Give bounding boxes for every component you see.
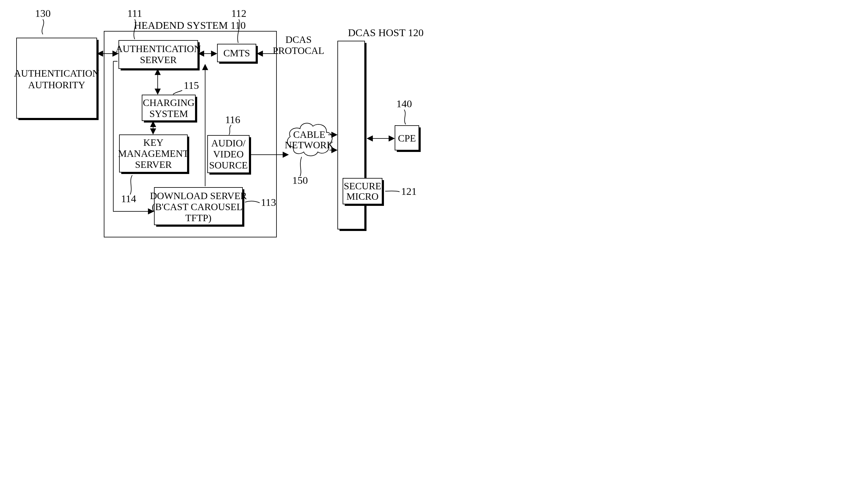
ref-112: 112 [231,8,246,19]
cmts-block: CMTS [217,44,258,64]
cpe-block: CPE [395,126,421,152]
download-server-block: DOWNLOAD SERVER (B'CAST CAROUSEL, TFTP) [150,187,247,227]
download-label-2: (B'CAST CAROUSEL, [152,201,245,212]
leader-116 [229,125,231,135]
av-label-1: AUDIO/ [211,138,246,149]
charging-system-block: CHARGING SYSTEM [142,95,197,123]
download-label-1: DOWNLOAD SERVER [150,190,247,201]
charging-system-label-2: SYSTEM [149,108,188,119]
cable-network-cloud: CABLE NETWORK [285,123,334,156]
ref-115: 115 [184,80,199,91]
cable-network-label-2: NETWORK [285,140,334,150]
ref-113: 113 [261,196,276,208]
ref-130: 130 [35,8,51,19]
av-label-3: SOURCE [209,160,248,171]
ref-111: 111 [127,8,142,19]
cmts-label: CMTS [223,48,250,59]
authentication-server-label-2: SERVER [140,54,177,65]
leader-150 [300,157,302,176]
authentication-server-label-1: AUTHENTICATION [116,43,201,54]
ref-116: 116 [225,114,240,125]
av-label-2: VIDEO [213,149,244,160]
leader-121 [385,191,400,192]
key-mgmt-label-3: SERVER [135,159,172,170]
authentication-authority-label-1: AUTHENTICATION [14,68,99,79]
authentication-authority-label-2: AUTHORITY [28,79,86,90]
key-mgmt-label-2: MANAGEMENT [118,148,189,159]
key-management-server-block: KEY MANAGEMENT SERVER [118,135,189,174]
ref-121: 121 [401,186,417,197]
authentication-authority-block: AUTHENTICATION AUTHORITY [14,38,99,120]
audio-video-source-block: AUDIO/ VIDEO SOURCE [208,135,251,175]
ref-114: 114 [121,193,136,204]
leader-113 [245,201,260,203]
leader-130 [42,19,44,34]
leader-140 [404,110,406,124]
download-label-3: TFTP) [185,212,211,223]
dcas-protocol-label-2: PROTOCAL [273,45,324,56]
ref-140: 140 [397,98,412,109]
authentication-server-block: AUTHENTICATION SERVER [116,40,201,70]
leader-115 [173,90,182,94]
dcas-protocol-label-1: DCAS [285,34,311,45]
cpe-label: CPE [398,133,416,144]
cable-network-label-1: CABLE [293,129,326,140]
dcas-host-title: DCAS HOST 120 [348,27,424,38]
secure-micro-label-1: SECURE [344,180,381,191]
headend-system-title: HEADEND SYSTEM 110 [134,20,246,31]
secure-micro-label-2: MICRO [347,191,379,202]
key-mgmt-label-1: KEY [143,137,163,148]
ref-150: 150 [292,175,308,186]
leader-114 [130,175,132,194]
charging-system-label-1: CHARGING [143,97,195,108]
secure-micro-block: SECURE MICRO [343,178,384,206]
